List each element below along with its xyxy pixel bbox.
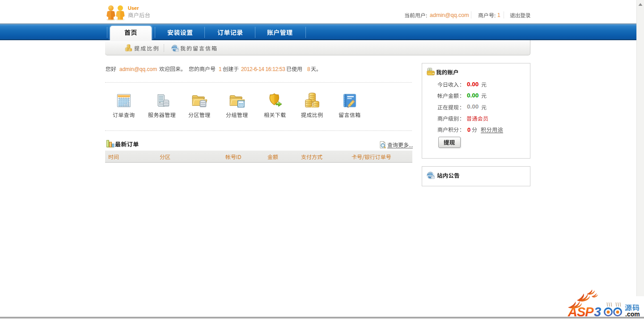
svg-text:3: 3 [594,305,601,318]
svg-text:ASP: ASP [568,305,594,318]
